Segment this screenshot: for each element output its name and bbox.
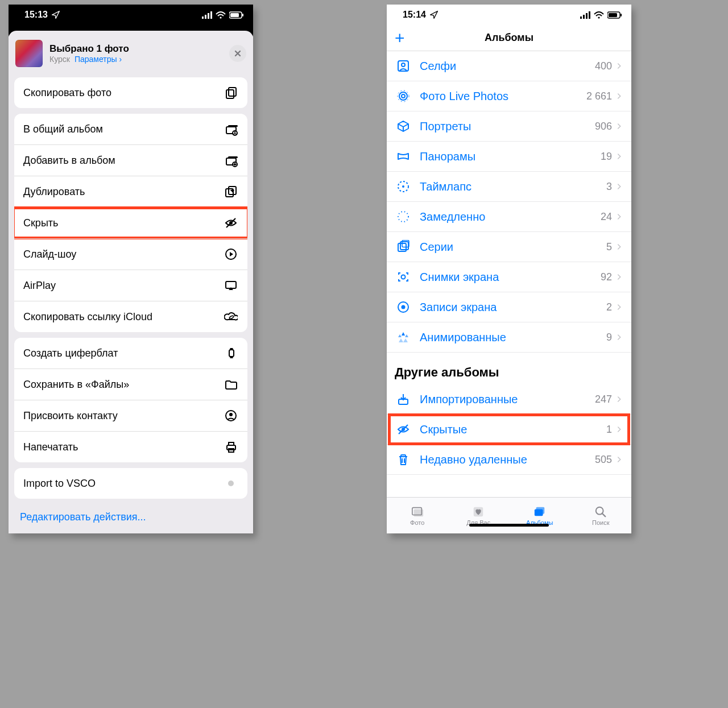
action-watchface[interactable]: Создать циферблат bbox=[14, 338, 247, 369]
share-options-link[interactable]: Параметры › bbox=[75, 55, 122, 64]
battery-icon bbox=[607, 11, 622, 19]
pano-icon bbox=[395, 148, 412, 165]
album-label: Записи экрана bbox=[420, 301, 606, 314]
animated-icon bbox=[395, 329, 412, 346]
album-row-hidden[interactable]: Скрытые1 bbox=[387, 415, 631, 445]
album-row-animated[interactable]: Анимированные9 bbox=[387, 322, 631, 353]
tab-label: Фото bbox=[410, 519, 424, 526]
album-count: 247 bbox=[595, 394, 612, 405]
album-label: Анимированные bbox=[420, 331, 606, 344]
action-airplay[interactable]: AirPlay bbox=[14, 270, 247, 301]
album-label: Селфи bbox=[420, 60, 595, 73]
album-count: 24 bbox=[601, 211, 612, 223]
vsco-icon bbox=[224, 476, 238, 491]
action-label: Скопировать фото bbox=[23, 87, 111, 99]
person-square-icon bbox=[395, 57, 412, 74]
edit-actions-link[interactable]: Редактировать действия... bbox=[9, 504, 253, 530]
action-label: Напечатать bbox=[23, 441, 78, 453]
action-shared_album[interactable]: В общий альбом bbox=[14, 114, 247, 144]
tab-foryou[interactable]: Для Вас bbox=[448, 498, 510, 533]
add-album-button[interactable]: + bbox=[395, 30, 405, 47]
share-sheet-header: Выбрано 1 фото Курск Параметры › bbox=[9, 34, 253, 74]
action-label: Скрыть bbox=[23, 217, 58, 229]
action-label: В общий альбом bbox=[23, 123, 103, 135]
chevron-right-icon bbox=[615, 456, 623, 463]
page-title: Альбомы bbox=[485, 32, 533, 44]
trash-icon bbox=[395, 451, 412, 468]
album-count: 906 bbox=[595, 121, 612, 133]
play-circle-icon bbox=[224, 247, 238, 262]
live-icon bbox=[395, 88, 412, 105]
status-indicators bbox=[580, 10, 622, 19]
action-vsco[interactable]: Import to VSCO bbox=[14, 468, 247, 499]
action-label: Дублировать bbox=[23, 186, 85, 198]
foryou-icon bbox=[471, 506, 486, 518]
album-count: 400 bbox=[595, 60, 612, 72]
location-services-icon bbox=[51, 10, 60, 19]
home-indicator[interactable] bbox=[469, 524, 549, 527]
album-label: Таймлапс bbox=[420, 180, 606, 193]
eye-slash-icon bbox=[224, 216, 238, 230]
action-copy_photo[interactable]: Скопировать фото bbox=[14, 77, 247, 108]
action-duplicate[interactable]: Дублировать bbox=[14, 176, 247, 207]
album-row-live[interactable]: Фото Live Photos2 661 bbox=[387, 81, 631, 111]
album-label: Замедленно bbox=[420, 210, 601, 223]
action-label: Слайд-шоу bbox=[23, 249, 76, 260]
timelapse-icon bbox=[395, 178, 412, 195]
chevron-right-icon bbox=[615, 62, 623, 70]
tab-albums[interactable]: Альбомы bbox=[509, 498, 570, 533]
chevron-right-icon bbox=[615, 273, 623, 281]
action-slideshow[interactable]: Слайд-шоу bbox=[14, 238, 247, 270]
album-label: Импортированные bbox=[420, 393, 595, 406]
bursts-icon bbox=[395, 238, 412, 255]
action-label: Import to VSCO bbox=[23, 478, 96, 490]
album-row-imported[interactable]: Импортированные247 bbox=[387, 384, 631, 415]
cellular-icon bbox=[580, 11, 590, 19]
chevron-right-icon bbox=[615, 152, 623, 160]
action-assign_contact[interactable]: Присвоить контакту bbox=[14, 400, 247, 431]
action-print[interactable]: Напечатать bbox=[14, 431, 247, 462]
album-row-selfie[interactable]: Селфи400 bbox=[387, 51, 631, 81]
tab-photos[interactable]: Фото bbox=[387, 498, 448, 533]
album-row-slowmo[interactable]: Замедленно24 bbox=[387, 202, 631, 232]
action-label: Создать циферблат bbox=[23, 347, 118, 359]
album-label: Скрытые bbox=[420, 423, 606, 436]
album-label: Серии bbox=[420, 241, 606, 254]
album-count: 1 bbox=[606, 424, 612, 436]
album-count: 92 bbox=[601, 271, 612, 283]
close-button[interactable] bbox=[229, 45, 246, 62]
album-row-timelapse[interactable]: Таймлапс3 bbox=[387, 172, 631, 202]
album-row-portrait[interactable]: Портреты906 bbox=[387, 111, 631, 142]
status-bar: 15:13 bbox=[9, 5, 253, 25]
duplicate-icon bbox=[224, 184, 238, 199]
selected-photo-thumbnail[interactable] bbox=[15, 40, 43, 67]
chevron-right-icon bbox=[615, 92, 623, 100]
action-icloud_link[interactable]: Скопировать ссылку iCloud bbox=[14, 301, 247, 332]
action-hide[interactable]: Скрыть bbox=[14, 207, 247, 238]
chevron-right-icon bbox=[615, 213, 623, 221]
album-count: 2 bbox=[606, 301, 612, 313]
action-save_files[interactable]: Сохранить в «Файлы» bbox=[14, 369, 247, 400]
location-services-icon bbox=[429, 10, 439, 19]
album-row-screenshots[interactable]: Снимки экрана92 bbox=[387, 262, 631, 292]
album-label: Фото Live Photos bbox=[420, 90, 586, 103]
chevron-right-icon bbox=[615, 183, 623, 191]
chevron-right-icon bbox=[615, 243, 623, 251]
status-time: 15:14 bbox=[403, 10, 426, 20]
album-row-pano[interactable]: Панорамы19 bbox=[387, 142, 631, 172]
print-icon bbox=[224, 440, 238, 454]
photos-icon bbox=[410, 506, 425, 518]
album-row-deleted[interactable]: Недавно удаленные505 bbox=[387, 445, 631, 475]
copy-icon bbox=[224, 85, 238, 100]
status-indicators bbox=[202, 10, 244, 19]
album-row-bursts[interactable]: Серии5 bbox=[387, 232, 631, 262]
tab-search[interactable]: Поиск bbox=[570, 498, 632, 533]
import-icon bbox=[395, 391, 412, 408]
folder-icon bbox=[224, 377, 238, 392]
album-row-screenrec[interactable]: Записи экрана2 bbox=[387, 292, 631, 322]
section-header-other: Другие альбомы bbox=[387, 353, 631, 384]
share-title: Выбрано 1 фото bbox=[49, 43, 222, 55]
action-label: Присвоить контакту bbox=[23, 410, 118, 422]
shared-album-icon bbox=[224, 122, 238, 136]
action-add_album[interactable]: Добавить в альбом bbox=[14, 144, 247, 176]
